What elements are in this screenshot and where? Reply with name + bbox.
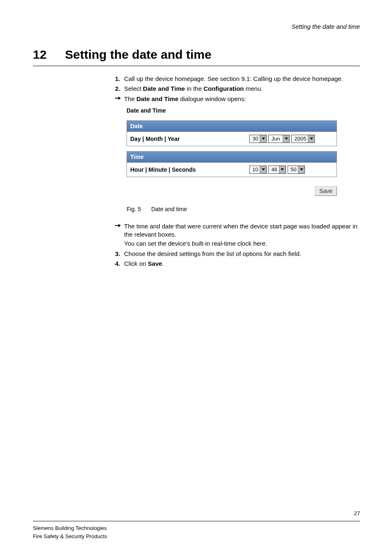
step-text: Click on Save. [124,260,360,268]
footer: Siemens Building Technologies Fire Safet… [33,524,107,540]
after-steps: The time and date that were current when… [115,222,360,268]
chevron-down-icon [283,135,289,143]
date-row-label: Day | Month | Year [130,136,249,142]
text: The time and date that were current when… [124,223,357,238]
save-button[interactable]: Save [315,186,337,196]
step-1: 1. Call up the device homepage. See sect… [115,75,360,83]
chevron-down-icon [308,135,314,143]
arrow-step: The Date and Time dialogue window opens: [115,95,360,103]
chapter-heading: 12 Setting the date and time [33,48,360,66]
year-select[interactable]: 2005 [291,135,315,143]
figure-caption: Fig. 5 Date and time [127,206,360,212]
text: The [124,95,136,102]
step-marker: 4. [115,260,124,268]
figure-number: Fig. 5 [127,206,150,212]
step-text: Call up the device homepage. See section… [124,75,360,83]
step-3: 3. Choose the desired settings from the … [115,250,360,258]
content-area: 1. Call up the device homepage. See sect… [115,75,360,269]
year-value: 2005 [292,136,308,142]
arrow-icon [115,222,124,248]
time-panel: Time Hour | Minute | Seconds 10 46 50 [127,151,337,177]
step-2: 2. Select Date and Time in the Configura… [115,85,360,93]
chapter-title: Setting the date and time [65,48,212,62]
footer-line-1: Siemens Building Technologies [33,524,107,532]
month-select[interactable]: Jun [268,135,290,143]
text: dialogue window opens: [178,95,246,102]
time-selects: 10 46 50 [249,166,305,174]
text: Select [124,85,143,92]
arrow-icon [115,95,124,103]
hour-select[interactable]: 10 [249,166,267,174]
time-panel-row: Hour | Minute | Seconds 10 46 50 [127,163,337,177]
bold-text: Date and Time [143,85,185,92]
step-marker: 2. [115,85,124,93]
step-4: 4. Click on Save. [115,260,360,268]
bold-text: Save [148,260,162,267]
chevron-down-icon [298,166,304,173]
date-panel-header: Date [127,121,337,132]
month-value: Jun [269,136,283,142]
text: in the [185,85,203,92]
chapter-number: 12 [33,48,65,62]
chevron-down-icon [260,166,266,173]
hour-value: 10 [250,166,260,173]
minute-value: 46 [269,166,279,173]
date-panel: Date Day | Month | Year 30 Jun 2005 [127,120,337,146]
dialog-title: Date and Time [127,107,337,114]
chevron-down-icon [279,166,286,173]
time-row-label: Hour | Minute | Seconds [130,166,249,173]
footer-divider [33,521,360,521]
page-number: 27 [354,510,360,516]
step-text: The Date and Time dialogue window opens: [124,95,360,103]
minute-select[interactable]: 46 [268,166,286,174]
date-panel-row: Day | Month | Year 30 Jun 2005 [127,132,337,146]
running-header: Setting the date and time [291,23,360,30]
dialog-screenshot: Date and Time Date Day | Month | Year 30… [127,107,337,196]
day-select[interactable]: 30 [249,135,267,143]
save-row: Save [127,186,337,196]
seconds-select[interactable]: 50 [288,166,305,174]
text: You can set the device's built-in real-t… [124,240,360,248]
bold-text: Date and Time [136,95,178,102]
chevron-down-icon [260,135,266,143]
footer-line-2: Fire Safety & Security Products [33,532,107,541]
bold-text: Configuration [203,85,244,92]
day-value: 30 [250,136,260,142]
text: menu. [244,85,263,92]
time-panel-header: Time [127,152,337,163]
step-marker: 1. [115,75,124,83]
step-text: Choose the desired settings from the lis… [124,250,360,258]
date-selects: 30 Jun 2005 [249,135,315,143]
arrow-step: The time and date that were current when… [115,222,360,248]
step-marker: 3. [115,250,124,258]
seconds-value: 50 [288,166,298,173]
step-text: The time and date that were current when… [124,222,360,248]
text: . [162,260,164,267]
text: Click on [124,260,148,267]
step-text: Select Date and Time in the Configuratio… [124,85,360,93]
figure-text: Date and time [151,206,187,212]
